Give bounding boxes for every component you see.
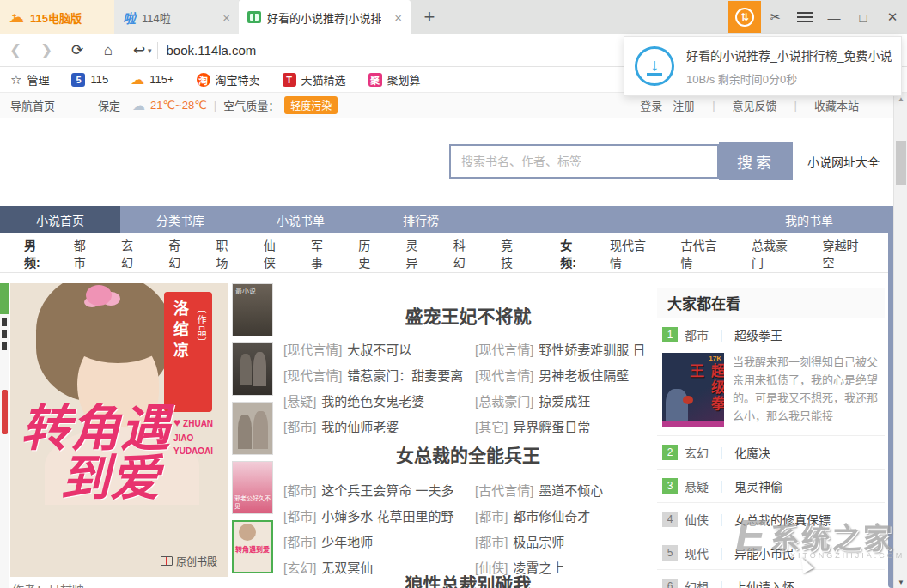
press-book-icon (161, 556, 173, 566)
cat-qihuan[interactable]: 奇幻 (168, 236, 192, 270)
thumbnail-1[interactable]: 最小说 (232, 283, 273, 336)
cat-dushi[interactable]: 都市 (74, 236, 97, 270)
cat-zhichang[interactable]: 职场 (216, 236, 240, 270)
book-link[interactable]: [现代言情]错惹豪门：甜妻要离 (283, 366, 463, 384)
novel-sites-link[interactable]: 小说网址大全 (807, 153, 880, 170)
rank-item-6[interactable]: 6 幻想 ｜ 上仙请入怀 (657, 570, 885, 588)
thumbnail-2[interactable] (232, 342, 273, 396)
book-link[interactable]: [现代言情]男神老板住隔壁 (475, 366, 654, 384)
menu-button[interactable] (790, 1, 819, 33)
book-link[interactable]: [都市]都市修仙奇才 (475, 506, 654, 524)
rank-item-4[interactable]: 4 仙侠 ｜ 女总裁的修真保镖 (657, 503, 885, 536)
rank-1-description: 当我醒来那一刻得知自己被父亲用来抵债了，我的心是绝望的。可是我又不想死，我还那么… (733, 353, 885, 427)
back-icon[interactable]: ❮ (0, 41, 31, 59)
cat-xianxia[interactable]: 仙侠 (264, 236, 287, 270)
cloud-plus-icon: ☁+ (9, 9, 24, 25)
tab-115[interactable]: ☁+ 115电脑版 (0, 0, 114, 34)
book-link[interactable]: [总裁豪门]掠爱成狂 (475, 391, 654, 409)
cat-gudaiyanqing[interactable]: 古代言情 (681, 236, 727, 270)
close-tab-icon[interactable]: × (394, 10, 402, 25)
search-button[interactable]: 搜索 (719, 142, 793, 180)
rank-item-1[interactable]: 1 都市 ｜ 超级拳王 (657, 318, 885, 351)
nav-home-link[interactable]: 导航首页 (10, 97, 55, 113)
chevron-down-icon[interactable]: ▾ (148, 46, 152, 55)
female-channel-label: 女频: (560, 236, 587, 270)
nav-category-library[interactable]: 分类书库 (120, 206, 240, 233)
cat-lingyi[interactable]: 灵异 (406, 236, 429, 270)
cat-kehuan[interactable]: 科幻 (454, 236, 477, 270)
book-link[interactable]: [现代言情]野性娇妻难驯服 日 (475, 340, 654, 358)
bookmark-tmall[interactable]: T 天猫精选 (283, 71, 346, 88)
tab-114la[interactable]: 啦 114啦 × (114, 0, 239, 34)
cat-lishi[interactable]: 历史 (358, 236, 381, 270)
bookmark-115[interactable]: 5 115 (71, 73, 108, 87)
download-popup[interactable]: ↓ 好看的小说推荐_小说排行榜_免费小说... 10B/s 剩余时间0分0秒 (624, 36, 902, 96)
scrollbar-thumb[interactable] (896, 141, 906, 185)
thumbnail-5-active[interactable]: 转角遇到爱 (232, 520, 273, 573)
book-link[interactable]: [都市]这个兵王会算命 一夫多 (283, 481, 463, 499)
url-text[interactable]: book.114la.com (167, 43, 257, 58)
favorite-site-link[interactable]: 收藏本站 (814, 97, 859, 113)
bookmark-manage[interactable]: ☆ 管理 (10, 71, 49, 88)
scroll-up-icon[interactable]: ▲ (894, 95, 907, 103)
speed-mode-button[interactable]: ⇅ (728, 1, 761, 33)
cat-xuanhuan[interactable]: 玄幻 (121, 236, 144, 270)
book-link[interactable]: [悬疑]我的绝色女鬼老婆 (283, 391, 463, 409)
nav-novel-home[interactable]: 小说首页 (0, 206, 120, 233)
thumbnail-3[interactable] (232, 402, 273, 455)
maximize-button[interactable]: □ (849, 1, 878, 33)
book-link[interactable]: [其它]异界孵蛋日常 (475, 417, 654, 435)
book-link[interactable]: [现代言情]大叔不可以 (283, 340, 463, 358)
cat-junshi[interactable]: 军事 (311, 236, 334, 270)
flower-decoration (86, 285, 112, 306)
forward-icon[interactable]: ❯ (31, 41, 62, 59)
rank-item-5[interactable]: 5 现代 ｜ 异能小市民 (657, 536, 885, 570)
rank-1-cover[interactable]: 17K 超级拳王 (662, 353, 724, 427)
register-link[interactable]: 注册 (673, 97, 695, 113)
browser-window: ☁+ 115电脑版 啦 114啦 × 好看的小说推荐|小说排 × + ⇅ ✂ —… (0, 0, 907, 588)
feedback-link[interactable]: 意见反馈 (733, 97, 777, 113)
star-icon: ☆ (10, 72, 21, 88)
featured-book-cover[interactable]: 洛绾凉 〔作品〕 转角遇 到爱 ♥ ZHUAN JIAO YUDAOAI 原创书… (10, 283, 228, 577)
cloud-icon: ☁ (131, 73, 144, 87)
cat-chuanyueshikong[interactable]: 穿越时空 (823, 236, 869, 270)
category-row: 男频: 都市 玄幻 奇幻 职场 仙侠 军事 历史 灵异 科幻 竞技 女频: 现代… (0, 233, 893, 273)
section-title-3[interactable]: 狼性总裁别碰我 (283, 570, 653, 588)
rank-item-2[interactable]: 2 玄幻 ｜ 化魔决 (657, 436, 885, 470)
cat-xiandaiyanqing[interactable]: 现代言情 (610, 236, 656, 270)
book-list-2: [都市]这个兵王会算命 一夫多 [古代言情]墨道不倾心 [都市]小婶多水 花草田… (283, 481, 654, 576)
close-tab-icon[interactable]: × (222, 10, 230, 25)
cover-pinyin: ♥ ZHUAN JIAO YUDAOAI (173, 414, 222, 458)
book-link[interactable]: [都市]极品宗师 (475, 532, 654, 550)
section-title-1[interactable]: 盛宠王妃不将就 (283, 302, 653, 328)
home-icon[interactable]: ⌂ (93, 42, 124, 59)
minimize-button[interactable]: — (819, 1, 849, 33)
bookmark-115plus[interactable]: ☁ 115+ (131, 73, 173, 87)
nav-rankings[interactable]: 排行榜 (361, 206, 481, 233)
snip-button[interactable]: ✂ (761, 1, 790, 33)
book-link[interactable]: [都市]少年地师 (283, 532, 463, 550)
scrollbar[interactable]: ▲ ▼ (893, 93, 907, 588)
nav-my-booklist[interactable]: 我的书单 (785, 206, 833, 233)
rank-1-detail[interactable]: 17K 超级拳王 当我醒来那一刻得知自己被父亲用来抵债了，我的心是绝望的。可是我… (657, 351, 885, 436)
login-link[interactable]: 登录 (640, 97, 662, 113)
nav-book-lists[interactable]: 小说书单 (240, 206, 361, 233)
section-title-2[interactable]: 女总裁的全能兵王 (283, 441, 653, 467)
scroll-down-icon[interactable]: ▼ (894, 579, 907, 586)
thumbnail-4[interactable]: 邪老公好久不见 (232, 461, 273, 514)
book-link[interactable]: [都市]小婶多水 花草田里的野 (283, 506, 463, 524)
bookmark-juhuasuan[interactable]: 聚 聚划算 (368, 71, 421, 88)
city-label: 保定 (98, 97, 120, 113)
tab-novel-active[interactable]: 好看的小说推荐|小说排 × (239, 0, 411, 34)
book-link[interactable]: [都市]我的仙师老婆 (283, 417, 463, 435)
book-icon (247, 11, 261, 23)
book-link[interactable]: [古代言情]墨道不倾心 (475, 481, 654, 499)
close-button[interactable]: ✕ (878, 1, 907, 33)
cat-jingji[interactable]: 竞技 (501, 236, 524, 270)
search-input[interactable] (449, 144, 719, 179)
cat-zongcaihaomen[interactable]: 总裁豪门 (752, 236, 798, 270)
refresh-icon[interactable]: ⟳ (62, 41, 93, 59)
rank-item-3[interactable]: 3 悬疑 ｜ 鬼灵神偷 (657, 470, 885, 503)
new-tab-button[interactable]: + (411, 0, 448, 34)
bookmark-taobao[interactable]: 淘 淘宝特卖 (197, 71, 260, 88)
